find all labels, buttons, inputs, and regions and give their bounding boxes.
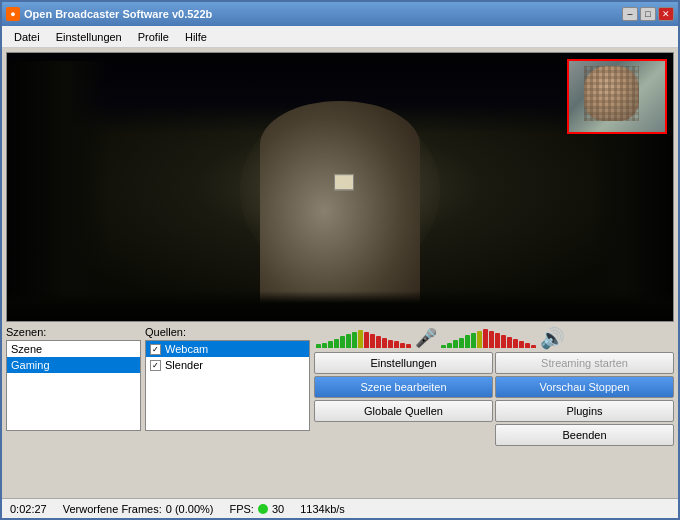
sources-list: Webcam Slender (145, 340, 310, 431)
meter-bar (394, 341, 399, 348)
meter-bar (382, 338, 387, 348)
sources-label: Quellen: (145, 326, 310, 338)
scene-item-gaming[interactable]: Gaming (7, 357, 140, 373)
volume-meter-1 (316, 328, 411, 348)
close-button[interactable]: ✕ (658, 7, 674, 21)
meter-bar (519, 341, 524, 348)
webcam-label: Webcam (165, 343, 208, 355)
buttons-row-4: Beenden (314, 424, 674, 446)
maximize-button[interactable]: □ (640, 7, 656, 21)
buttons-row-1: Einstellungen Streaming starten (314, 352, 674, 374)
mic-icon: 🎤 (415, 327, 437, 349)
webcam-checkbox[interactable] (150, 344, 161, 355)
menu-datei[interactable]: Datei (6, 29, 48, 45)
fps-value: 30 (272, 503, 284, 515)
menu-einstellungen[interactable]: Einstellungen (48, 29, 130, 45)
meter-bar (465, 335, 470, 348)
meter-bar (501, 335, 506, 348)
meter-bar (328, 341, 333, 348)
meter-bar (477, 331, 482, 348)
status-bar: 0:02:27 Verworfene Frames: 0 (0.00%) FPS… (2, 498, 678, 518)
bottom-panel: Szenen: Szene Gaming Quellen: Webcam (6, 326, 674, 494)
meter-bar (334, 339, 339, 348)
title-bar: ● Open Broadcaster Software v0.522b – □ … (2, 2, 678, 26)
preview-canvas (7, 53, 673, 321)
global-sources-button[interactable]: Globale Quellen (314, 400, 493, 422)
slender-checkbox[interactable] (150, 360, 161, 371)
plugins-button[interactable]: Plugins (495, 400, 674, 422)
frames-value: 0 (0.00%) (166, 503, 214, 515)
sources-panel: Quellen: Webcam Slender (145, 326, 310, 431)
source-item-slender[interactable]: Slender (146, 357, 309, 373)
settings-button[interactable]: Einstellungen (314, 352, 493, 374)
tree-trunk (260, 101, 420, 321)
meter-bar (483, 329, 488, 348)
meter-bar (376, 336, 381, 348)
webcam-content (569, 61, 665, 132)
meter-bar (370, 334, 375, 348)
title-controls: – □ ✕ (622, 7, 674, 21)
bitrate-value: 1134kb/s (300, 503, 345, 515)
meter-bar (513, 339, 518, 348)
preview-stop-button[interactable]: Vorschau Stoppen (495, 376, 674, 398)
meter-bar (453, 340, 458, 348)
controls-panel: 🎤 🔊 Einstellungen Streaming starten Szen… (314, 326, 674, 431)
meter-bar (471, 333, 476, 348)
scene-item-szene[interactable]: Szene (7, 341, 140, 357)
fps-dot (258, 504, 268, 514)
webcam-overlay (567, 59, 667, 134)
menu-hilfe[interactable]: Hilfe (177, 29, 215, 45)
meter-bar (459, 338, 464, 348)
sources-row: Szenen: Szene Gaming Quellen: Webcam (6, 326, 674, 431)
meter-bar (531, 345, 536, 348)
meter-bar (441, 345, 446, 348)
meter-bar (364, 332, 369, 348)
tree-dark-left (7, 61, 107, 321)
meter-bar (525, 343, 530, 348)
meter-bar (400, 343, 405, 348)
menu-profile[interactable]: Profile (130, 29, 177, 45)
time-value: 0:02:27 (10, 503, 47, 515)
audio-row: 🎤 🔊 (314, 326, 674, 350)
scenes-label: Szenen: (6, 326, 141, 338)
end-button[interactable]: Beenden (495, 424, 674, 446)
meter-bar (388, 340, 393, 348)
volume-meter-2 (441, 328, 536, 348)
fps-label: FPS: (229, 503, 253, 515)
status-time: 0:02:27 (10, 503, 47, 515)
meter-bar (406, 344, 411, 348)
menu-bar: Datei Einstellungen Profile Hilfe (2, 26, 678, 48)
buttons-row-3: Globale Quellen Plugins (314, 400, 674, 422)
main-window: ● Open Broadcaster Software v0.522b – □ … (0, 0, 680, 520)
streaming-start-button[interactable]: Streaming starten (495, 352, 674, 374)
slender-label: Slender (165, 359, 203, 371)
meter-bar (340, 336, 345, 348)
window-title: Open Broadcaster Software v0.522b (24, 8, 212, 20)
source-item-webcam[interactable]: Webcam (146, 341, 309, 357)
webcam-pixel (584, 66, 639, 121)
preview-area (6, 52, 674, 322)
main-content: Szenen: Szene Gaming Quellen: Webcam (2, 48, 678, 498)
speaker-icon: 🔊 (540, 326, 565, 350)
meter-bar (346, 334, 351, 348)
status-frames: Verworfene Frames: 0 (0.00%) (63, 503, 214, 515)
minimize-button[interactable]: – (622, 7, 638, 21)
scenes-list: Szene Gaming (6, 340, 141, 431)
meter-bar (507, 337, 512, 348)
buttons-row-2: Szene bearbeiten Vorschau Stoppen (314, 376, 674, 398)
ground-dark (7, 291, 673, 321)
meter-bar (358, 330, 363, 348)
meter-bar (489, 331, 494, 348)
scene-edit-button[interactable]: Szene bearbeiten (314, 376, 493, 398)
frames-label: Verworfene Frames: (63, 503, 162, 515)
status-fps: FPS: 30 (229, 503, 284, 515)
meter-bar (352, 332, 357, 348)
meter-bar (322, 343, 327, 348)
meter-bar (495, 333, 500, 348)
meter-bar (316, 344, 321, 348)
title-bar-left: ● Open Broadcaster Software v0.522b (6, 7, 212, 21)
note-on-tree (334, 174, 354, 190)
app-icon: ● (6, 7, 20, 21)
meter-bar (447, 343, 452, 348)
status-bitrate: 1134kb/s (300, 503, 345, 515)
